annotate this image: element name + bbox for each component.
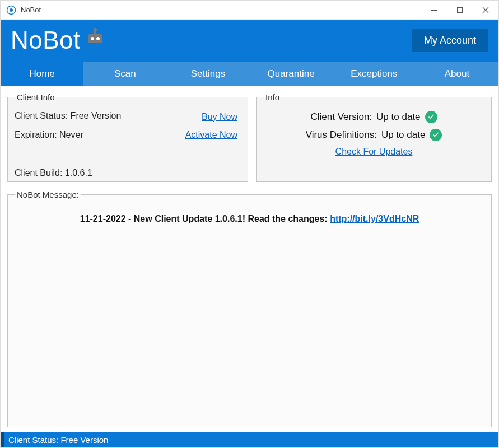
svg-rect-3: [458, 7, 463, 12]
tab-exceptions[interactable]: Exceptions: [333, 62, 416, 86]
tab-scan[interactable]: Scan: [83, 62, 166, 86]
nobot-message-group: NoBot Message: 11-21-2022 - New Client U…: [7, 190, 492, 427]
main-content: Client Info Client Status: Free Version …: [1, 86, 498, 432]
maximize-button[interactable]: [447, 1, 473, 20]
svg-point-1: [10, 8, 13, 12]
tab-home[interactable]: Home: [1, 62, 83, 86]
window-title: NoBot: [21, 6, 41, 14]
client-status: Client Status: Free Version: [15, 111, 185, 121]
client-info-legend: Client Info: [15, 92, 57, 102]
brand-bot-icon: [84, 26, 106, 54]
nobot-message-text: 11-21-2022 - New Client Update 1.0.6.1! …: [15, 206, 484, 232]
tab-about[interactable]: About: [416, 62, 498, 86]
client-build: Client Build: 1.0.6.1: [15, 158, 241, 178]
brand-text: NoBot: [11, 26, 81, 54]
minimize-button[interactable]: [421, 1, 447, 20]
svg-point-8: [94, 28, 97, 31]
check-for-updates-link[interactable]: Check For Updates: [335, 147, 413, 157]
tab-bar: Home Scan Settings Quarantine Exceptions…: [1, 62, 498, 86]
client-info-group: Client Info Client Status: Free Version …: [7, 92, 248, 182]
app-window: NoBot NoBot My Account Home Sca: [0, 0, 499, 448]
activate-now-link[interactable]: Activate Now: [185, 130, 237, 140]
tab-settings[interactable]: Settings: [166, 62, 249, 86]
svg-point-5: [91, 37, 94, 40]
nobot-message-legend: NoBot Message:: [15, 190, 81, 199]
close-button[interactable]: [473, 1, 498, 20]
svg-rect-2: [431, 10, 437, 11]
status-bar: Client Status: Free Version: [1, 432, 498, 447]
client-expiration: Expiration: Never: [15, 130, 185, 140]
header-bar: NoBot My Account: [1, 20, 498, 62]
status-bar-text: Client Status: Free Version: [8, 435, 108, 445]
check-icon: [430, 129, 442, 141]
app-icon: [6, 5, 16, 15]
virus-definitions-status: Virus Definitions: Up to date: [306, 129, 442, 141]
status-bar-accent: [1, 432, 4, 447]
tab-quarantine[interactable]: Quarantine: [250, 62, 333, 86]
svg-point-6: [96, 37, 100, 40]
svg-rect-4: [88, 34, 102, 43]
check-icon: [425, 111, 437, 123]
info-group: Info Client Version: Up to date Virus De…: [256, 92, 492, 182]
nobot-message-link[interactable]: http://bit.ly/3VdHcNR: [330, 214, 419, 223]
buy-now-link[interactable]: Buy Now: [202, 112, 237, 122]
brand-logo: NoBot: [11, 26, 106, 54]
my-account-button[interactable]: My Account: [412, 29, 488, 52]
client-version-status: Client Version: Up to date: [310, 111, 437, 123]
info-legend: Info: [263, 92, 282, 102]
titlebar: NoBot: [1, 1, 498, 20]
